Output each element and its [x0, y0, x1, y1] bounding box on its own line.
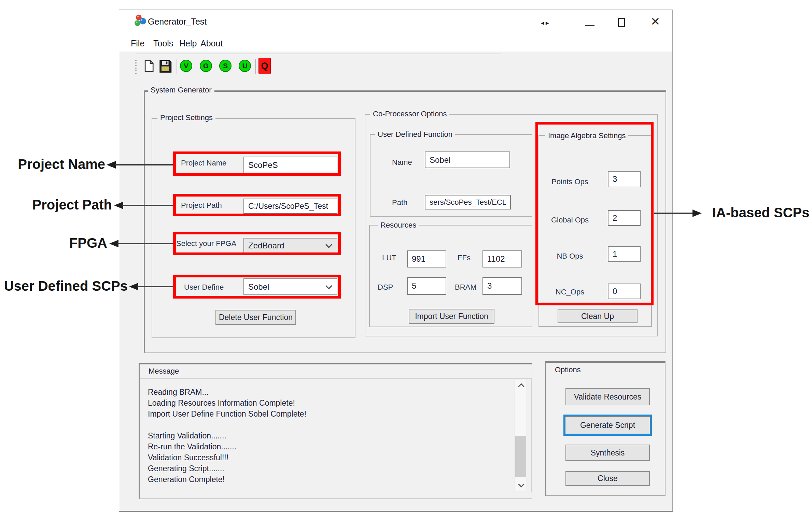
arrow-left-icon [114, 202, 123, 209]
dsp-label: DSP [378, 283, 393, 292]
validate-resources-button[interactable]: Validate Resources [565, 388, 650, 405]
synthesis-button[interactable]: Synthesis [565, 445, 650, 461]
points-ops-value: 3 [613, 174, 617, 184]
project-settings-label: Project Settings [157, 113, 215, 122]
project-settings-group [152, 118, 355, 338]
canvas: { "window": { "title": "Generator_Test" … [0, 0, 812, 521]
log-line: Loading Resources Information Complete! [148, 397, 503, 408]
new-file-icon[interactable] [143, 60, 155, 73]
generate-script-focus-ring: Generate Script [563, 415, 652, 436]
message-label: Message [146, 367, 182, 376]
project-path-input[interactable]: C:/Users/ScoPeS_Test [243, 199, 337, 214]
nc-ops-value: 0 [613, 287, 617, 296]
arrow-left-icon [107, 161, 116, 169]
menu-help[interactable]: Help [179, 37, 197, 50]
lut-input[interactable]: 991 [407, 250, 446, 267]
fpga-select-label: Select your FPGA [176, 239, 236, 248]
log-line: Generation Complete! [148, 474, 503, 485]
bram-label: BRAM [455, 283, 477, 292]
user-define-dropdown[interactable]: Sobel [243, 278, 337, 295]
points-ops-label: Points Ops [546, 177, 594, 186]
lut-label: LUT [382, 254, 396, 262]
global-ops-value: 2 [613, 213, 617, 223]
arrow-left-icon [109, 240, 118, 247]
maximize-button[interactable] [618, 18, 625, 27]
generate-script-button[interactable]: Generate Script [565, 416, 650, 434]
annotation-fpga: FPGA [14, 235, 107, 251]
nb-ops-value: 1 [613, 249, 617, 259]
restore-arrows-icon[interactable]: ◄► [540, 20, 549, 26]
message-scrollbar[interactable] [515, 380, 527, 491]
udf-path-input[interactable]: sers/ScoPes_Test/ECL [425, 195, 511, 209]
quit-tool-icon[interactable]: Q [258, 58, 271, 74]
generate-tool-icon[interactable]: G [200, 60, 212, 72]
import-user-function-button[interactable]: Import User Function [409, 309, 494, 324]
minimize-button[interactable] [585, 25, 594, 26]
user-tool-icon[interactable]: U [239, 60, 251, 72]
resources-label: Resources [378, 221, 419, 230]
annotation-arrow-line [654, 213, 692, 214]
synthesis-tool-icon[interactable]: S [219, 60, 232, 72]
save-icon[interactable] [159, 59, 172, 73]
dsp-value: 5 [412, 281, 416, 291]
image-algebra-settings-label: Image Algebra Settings [545, 131, 628, 140]
system-generator-label: System Generator [148, 86, 214, 95]
close-button[interactable]: ✕ [650, 15, 660, 28]
coprocessor-options-label: Co-Processor Options [370, 110, 449, 118]
points-ops-input[interactable]: 3 [608, 171, 641, 187]
project-name-label: Project Name [181, 159, 226, 168]
app-icon [134, 14, 146, 28]
udf-name-input[interactable]: Sobel [425, 151, 510, 168]
udf-name-label: Name [392, 158, 412, 167]
clean-up-button[interactable]: Clean Up [558, 309, 638, 323]
menu-tools[interactable]: Tools [153, 37, 173, 50]
nc-ops-label: NC_Ops [546, 288, 594, 296]
global-ops-input[interactable]: 2 [608, 210, 641, 226]
scroll-up-icon[interactable] [518, 383, 524, 389]
scroll-down-icon[interactable] [518, 481, 524, 487]
user-define-label: User Define [184, 283, 224, 292]
delete-user-function-button[interactable]: Delete User Function [215, 310, 296, 325]
bram-input[interactable]: 3 [482, 277, 522, 295]
ffs-label: FFs [458, 254, 471, 262]
log-line: Generating Script....... [148, 463, 503, 474]
annotation-arrow-line [115, 164, 173, 165]
scrollbar-thumb[interactable] [515, 436, 526, 477]
user-define-value: Sobel [248, 282, 269, 292]
annotation-arrow-line [137, 286, 173, 287]
message-log: Reading BRAM... Loading Resources Inform… [148, 387, 503, 485]
project-path-value: C:/Users/ScoPeS_Test [248, 202, 328, 211]
fpga-dropdown[interactable]: ZedBoard [243, 238, 337, 253]
app-window: Generator_Test ◄► ✕ File Tools Help Abou… [119, 10, 673, 512]
dsp-input[interactable]: 5 [407, 277, 446, 295]
toolbar-divider [177, 59, 177, 74]
log-line: Reading BRAM... [148, 387, 503, 397]
log-line: Re-run the Validation....... [148, 441, 503, 452]
log-line: Validation Successful!!! [148, 452, 503, 463]
project-name-value: ScoPeS [248, 160, 278, 170]
close-dialog-button[interactable]: Close [565, 471, 650, 486]
ffs-value: 1102 [487, 254, 505, 264]
menu-file[interactable]: File [131, 37, 144, 50]
project-name-input[interactable]: ScoPeS [243, 157, 337, 173]
nc-ops-input[interactable]: 0 [608, 284, 641, 299]
udf-path-label: Path [392, 198, 407, 207]
validate-tool-icon[interactable]: V [180, 60, 192, 72]
fpga-value: ZedBoard [248, 241, 284, 250]
log-line: Starting Validation....... [148, 430, 503, 441]
ffs-input[interactable]: 1102 [482, 250, 522, 267]
bram-value: 3 [487, 281, 492, 291]
window-title: Generator_Test [148, 17, 207, 27]
chevron-down-icon [325, 283, 332, 289]
lut-value: 991 [412, 254, 425, 264]
log-line: Import User Define Function Sobel Comple… [148, 408, 503, 419]
nb-ops-input[interactable]: 1 [608, 246, 641, 262]
toolbar-gripper[interactable] [135, 60, 137, 74]
annotation-project-path: Project Path [14, 197, 112, 213]
annotation-arrow-line [122, 205, 173, 206]
toolbar-divider [255, 59, 256, 74]
project-path-label: Project Path [181, 201, 222, 210]
arrow-left-icon [129, 283, 138, 290]
menu-about[interactable]: About [200, 37, 223, 50]
annotation-arrow-line [117, 243, 173, 244]
